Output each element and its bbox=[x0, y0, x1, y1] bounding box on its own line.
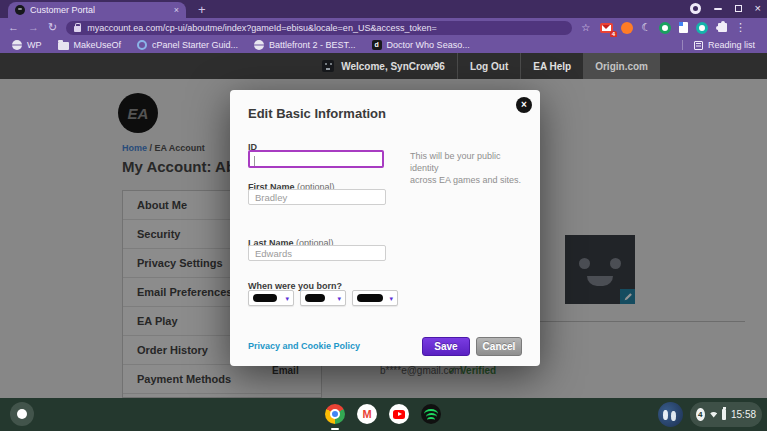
dark-mode-extension-icon[interactable]: ☾ bbox=[641, 22, 651, 33]
redacted-value bbox=[253, 294, 277, 302]
user-avatar-icon bbox=[322, 60, 334, 72]
bookmark-doctor-who[interactable]: dDoctor Who Seaso... bbox=[372, 40, 470, 50]
battery-icon bbox=[722, 409, 726, 420]
shelf: M 4 15:58 bbox=[0, 398, 767, 431]
reading-list-button[interactable]: Reading list bbox=[682, 40, 755, 50]
redacted-value bbox=[305, 294, 325, 302]
youtube-play-icon bbox=[393, 410, 405, 419]
browser-window: Customer Portal × + × ← → ↻ myaccount.ea… bbox=[0, 0, 767, 431]
site-header: Welcome, SynCrow96 Log Out EA Help Origi… bbox=[0, 53, 767, 79]
privacy-policy-link[interactable]: Privacy and Cookie Policy bbox=[248, 341, 360, 351]
bookmark-label: cPanel Starter Guid... bbox=[152, 40, 238, 50]
tab-strip: Customer Portal × + × bbox=[0, 0, 767, 18]
id-helper-text: This will be your public identity across… bbox=[410, 150, 530, 186]
helper-line-1: This will be your public identity bbox=[410, 150, 530, 174]
bookmark-label: Battlefront 2 - BEST... bbox=[269, 40, 356, 50]
bookmark-battlefront[interactable]: Battlefront 2 - BEST... bbox=[254, 40, 356, 50]
globe-icon bbox=[12, 40, 22, 50]
browser-tab[interactable]: Customer Portal × bbox=[8, 2, 186, 18]
bookmark-label: Doctor Who Seaso... bbox=[387, 40, 470, 50]
welcome-label: Welcome, SynCrow96 bbox=[341, 61, 445, 72]
bookmark-makeuseof[interactable]: MakeUseOf bbox=[58, 40, 122, 50]
spotify-icon[interactable] bbox=[421, 404, 441, 424]
extensions-puzzle-icon[interactable] bbox=[718, 23, 727, 32]
gmail-icon[interactable]: M bbox=[357, 404, 377, 424]
welcome-user: Welcome, SynCrow96 bbox=[310, 53, 457, 79]
extensions-row: 4 ☾ ⋮ bbox=[600, 22, 746, 34]
launcher-button[interactable] bbox=[10, 402, 34, 426]
tab-title: Customer Portal bbox=[30, 5, 169, 15]
orange-extension-icon[interactable] bbox=[621, 22, 633, 34]
redacted-value bbox=[357, 294, 383, 302]
helper-line-2: across EA games and sites. bbox=[410, 174, 530, 186]
first-name-input[interactable] bbox=[248, 189, 386, 205]
url-text: myaccount.ea.com/cp-ui/aboutme/index?gam… bbox=[87, 23, 436, 33]
avatar[interactable] bbox=[658, 402, 683, 427]
birthdate-selects: ▾ ▾ ▾ bbox=[248, 290, 398, 306]
window-controls: × bbox=[690, 3, 761, 14]
address-bar[interactable]: myaccount.ea.com/cp-ui/aboutme/index?gam… bbox=[66, 21, 572, 35]
bookmarks-bar: WP MakeUseOf cPanel Starter Guid... Batt… bbox=[0, 37, 767, 53]
bookmark-cpanel[interactable]: cPanel Starter Guid... bbox=[137, 40, 238, 50]
id-input[interactable] bbox=[248, 150, 384, 168]
teal-extension-icon[interactable] bbox=[696, 22, 708, 34]
cancel-button[interactable]: Cancel bbox=[476, 337, 522, 356]
reading-list-label: Reading list bbox=[708, 40, 755, 50]
lock-icon bbox=[74, 26, 81, 32]
chevron-down-icon: ▾ bbox=[389, 295, 393, 302]
globe-icon bbox=[254, 40, 264, 50]
doc-extension-icon[interactable] bbox=[679, 22, 688, 33]
bookmark-wp[interactable]: WP bbox=[12, 40, 42, 50]
profile-icon[interactable] bbox=[690, 3, 701, 14]
notification-count-badge: 4 bbox=[696, 408, 705, 421]
mail-extension-icon[interactable]: 4 bbox=[600, 23, 613, 33]
reading-list-icon bbox=[694, 41, 703, 50]
chevron-down-icon: ▾ bbox=[337, 295, 341, 302]
doctor-who-icon: d bbox=[372, 40, 382, 50]
last-name-input[interactable] bbox=[248, 245, 386, 261]
modal-close-button[interactable]: × bbox=[516, 97, 532, 113]
status-tray[interactable]: 4 15:58 bbox=[690, 402, 762, 427]
modal-footer: Privacy and Cookie Policy Save Cancel bbox=[248, 336, 522, 356]
reload-icon[interactable]: ↻ bbox=[48, 22, 57, 33]
birth-month-select[interactable]: ▾ bbox=[248, 290, 294, 306]
bookmark-label: WP bbox=[27, 40, 42, 50]
chrome-icon[interactable] bbox=[325, 404, 345, 424]
save-button[interactable]: Save bbox=[422, 337, 470, 356]
birth-day-select[interactable]: ▾ bbox=[300, 290, 346, 306]
window-close-button[interactable]: × bbox=[755, 3, 761, 14]
back-icon[interactable]: ← bbox=[8, 22, 19, 33]
tab-close-icon[interactable]: × bbox=[174, 6, 179, 15]
modal-title: Edit Basic Information bbox=[248, 106, 386, 121]
text-cursor bbox=[254, 156, 255, 166]
ea-help-link[interactable]: EA Help bbox=[520, 53, 583, 79]
tab-favicon-icon bbox=[15, 5, 25, 15]
launcher-icon bbox=[17, 409, 27, 419]
new-tab-button[interactable]: + bbox=[198, 3, 206, 16]
birth-year-select[interactable]: ▾ bbox=[352, 290, 398, 306]
clock: 15:58 bbox=[731, 409, 756, 420]
bookmark-label: MakeUseOf bbox=[74, 40, 122, 50]
restore-button[interactable] bbox=[735, 5, 742, 12]
cpanel-icon bbox=[137, 40, 147, 50]
minimize-button[interactable] bbox=[714, 8, 722, 10]
bookmark-star-icon[interactable]: ☆ bbox=[581, 23, 590, 33]
origin-link[interactable]: Origin.com bbox=[583, 53, 660, 79]
browser-toolbar: ← → ↻ myaccount.ea.com/cp-ui/aboutme/ind… bbox=[0, 18, 767, 37]
active-app-indicator bbox=[331, 428, 339, 430]
forward-icon[interactable]: → bbox=[28, 22, 39, 33]
green-extension-icon[interactable] bbox=[659, 22, 671, 34]
wifi-icon bbox=[710, 410, 717, 419]
shelf-apps: M bbox=[325, 404, 441, 424]
browser-menu-icon[interactable]: ⋮ bbox=[735, 22, 746, 33]
folder-icon bbox=[58, 42, 69, 50]
chevron-down-icon: ▾ bbox=[285, 295, 289, 302]
log-out-link[interactable]: Log Out bbox=[457, 53, 520, 79]
youtube-icon[interactable] bbox=[389, 404, 409, 424]
edit-basic-info-modal: × Edit Basic Information ID This will be… bbox=[230, 90, 540, 366]
